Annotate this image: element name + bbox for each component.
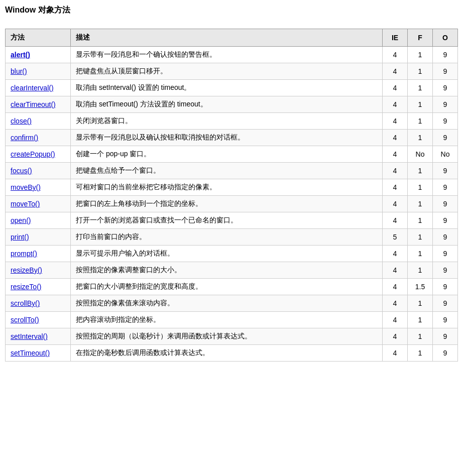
table-row: scrollBy()按照指定的像素值来滚动内容。419 [6,295,458,312]
method-link[interactable]: moveTo() [11,200,40,208]
method-f: 1 [408,113,433,130]
method-o: 9 [433,279,458,295]
method-description: 关闭浏览器窗口。 [71,113,383,130]
method-link[interactable]: blur() [11,67,27,75]
method-o: 9 [433,246,458,262]
header-description: 描述 [71,29,383,47]
method-link[interactable]: scrollBy() [11,299,40,307]
method-o: 9 [433,212,458,229]
method-description: 在指定的毫秒数后调用函数或计算表达式。 [71,345,383,362]
method-description: 创建一个 pop-up 窗口。 [71,146,383,163]
method-link[interactable]: prompt() [11,250,37,258]
method-f: 1 [408,212,433,229]
method-ie: 4 [383,328,408,345]
method-link[interactable]: confirm() [11,134,38,142]
method-o: 9 [433,179,458,196]
table-row: confirm()显示带有一段消息以及确认按钮和取消按钮的对话框。419 [6,130,458,146]
method-f: 1 [408,295,433,312]
table-row: setInterval()按照指定的周期（以毫秒计）来调用函数或计算表达式。41… [6,328,458,345]
method-ie: 5 [383,229,408,246]
method-o: 9 [433,295,458,312]
method-description: 按照指定的像素调整窗口的大小。 [71,262,383,279]
method-description: 取消由 setInterval() 设置的 timeout。 [71,80,383,96]
method-f: 1.5 [408,279,433,295]
method-link[interactable]: focus() [11,167,32,175]
method-ie: 4 [383,113,408,130]
method-f: 1 [408,47,433,63]
method-f: 1 [408,229,433,246]
method-link[interactable]: setInterval() [11,332,48,340]
table-row: open()打开一个新的浏览器窗口或查找一个已命名的窗口。419 [6,212,458,229]
method-ie: 4 [383,63,408,80]
method-f: 1 [408,262,433,279]
method-ie: 4 [383,146,408,163]
method-o: 9 [433,262,458,279]
method-o: 9 [433,80,458,96]
table-row: close()关闭浏览器窗口。419 [6,113,458,130]
method-description: 可相对窗口的当前坐标把它移动指定的像素。 [71,179,383,196]
page-title: Window 对象方法 [5,5,458,16]
table-row: focus()把键盘焦点给予一个窗口。419 [6,163,458,179]
method-f: 1 [408,328,433,345]
table-row: moveBy()可相对窗口的当前坐标把它移动指定的像素。419 [6,179,458,196]
method-link[interactable]: createPopup() [11,150,55,158]
method-f: No [408,146,433,163]
method-o: 9 [433,113,458,130]
method-ie: 4 [383,246,408,262]
table-row: clearInterval()取消由 setInterval() 设置的 tim… [6,80,458,96]
method-f: 1 [408,80,433,96]
methods-table: 方法 描述 IE F O alert()显示带有一段消息和一个确认按钮的警告框。… [5,29,458,362]
table-row: blur()把键盘焦点从顶层窗口移开。419 [6,63,458,80]
method-ie: 4 [383,212,408,229]
method-link[interactable]: print() [11,233,29,241]
method-link[interactable]: alert() [11,51,30,59]
table-row: clearTimeout()取消由 setTimeout() 方法设置的 tim… [6,96,458,113]
method-description: 把窗口的左上角移动到一个指定的坐标。 [71,196,383,212]
method-link[interactable]: resizeTo() [11,283,41,291]
method-ie: 4 [383,163,408,179]
header-o: O [433,29,458,47]
method-link[interactable]: moveBy() [11,183,41,191]
method-f: 1 [408,179,433,196]
method-link[interactable]: close() [11,117,32,125]
method-description: 按照指定的像素值来滚动内容。 [71,295,383,312]
method-link[interactable]: setTimeout() [11,349,50,357]
method-description: 把内容滚动到指定的坐标。 [71,312,383,328]
method-ie: 4 [383,295,408,312]
method-o: 9 [433,163,458,179]
table-row: resizeTo()把窗口的大小调整到指定的宽度和高度。41.59 [6,279,458,295]
table-row: scrollTo()把内容滚动到指定的坐标。419 [6,312,458,328]
method-link[interactable]: resizeBy() [11,266,42,274]
method-description: 打开一个新的浏览器窗口或查找一个已命名的窗口。 [71,212,383,229]
method-ie: 4 [383,279,408,295]
table-row: print()打印当前窗口的内容。519 [6,229,458,246]
method-description: 把窗口的大小调整到指定的宽度和高度。 [71,279,383,295]
method-ie: 4 [383,47,408,63]
method-o: 9 [433,196,458,212]
method-f: 1 [408,345,433,362]
method-o: No [433,146,458,163]
method-ie: 4 [383,262,408,279]
method-description: 取消由 setTimeout() 方法设置的 timeout。 [71,96,383,113]
method-ie: 4 [383,312,408,328]
method-link[interactable]: clearInterval() [11,84,54,92]
method-f: 1 [408,63,433,80]
table-row: createPopup()创建一个 pop-up 窗口。4NoNo [6,146,458,163]
method-f: 1 [408,130,433,146]
method-o: 9 [433,345,458,362]
method-description: 显示带有一段消息以及确认按钮和取消按钮的对话框。 [71,130,383,146]
method-link[interactable]: scrollTo() [11,316,39,324]
method-o: 9 [433,130,458,146]
method-o: 9 [433,47,458,63]
method-o: 9 [433,96,458,113]
method-link[interactable]: clearTimeout() [11,100,56,108]
method-ie: 4 [383,96,408,113]
method-description: 把键盘焦点从顶层窗口移开。 [71,63,383,80]
table-row: alert()显示带有一段消息和一个确认按钮的警告框。419 [6,47,458,63]
method-f: 1 [408,196,433,212]
method-ie: 4 [383,130,408,146]
method-o: 9 [433,312,458,328]
method-f: 1 [408,246,433,262]
method-ie: 4 [383,345,408,362]
method-link[interactable]: open() [11,216,31,224]
